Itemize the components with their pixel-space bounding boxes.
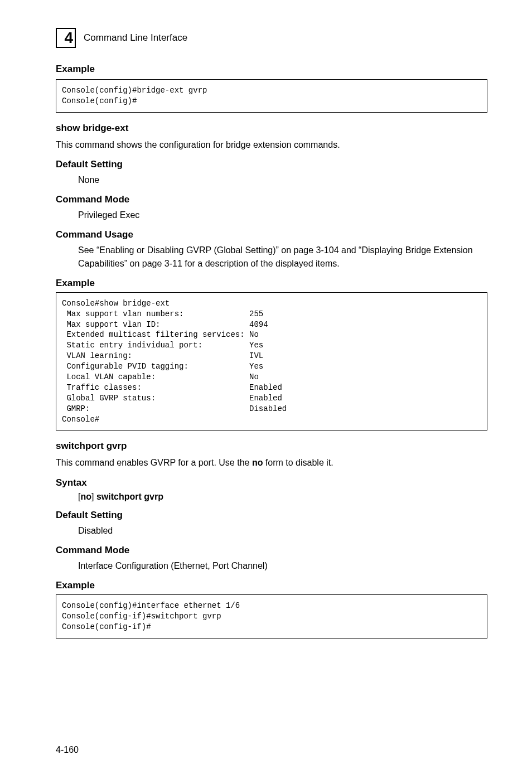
- default-setting-heading-1: Default Setting: [56, 159, 487, 170]
- example-heading-1: Example: [56, 64, 487, 75]
- syntax-line: [no] switchport gvrp: [56, 492, 487, 502]
- page: 4 Command Line Interface Example Console…: [0, 0, 532, 774]
- command-mode-value-2: Interface Configuration (Ethernet, Port …: [56, 559, 487, 572]
- example-heading-3: Example: [56, 580, 487, 591]
- command-usage-heading: Command Usage: [56, 229, 487, 240]
- switchport-gvrp-desc: This command enables GVRP for a port. Us…: [56, 456, 487, 469]
- command-mode-value-1: Privileged Exec: [56, 209, 487, 221]
- code-block-1: Console(config)#bridge-ext gvrp Console(…: [56, 79, 487, 113]
- code-block-2: Console#show bridge-ext Max support vlan…: [56, 292, 487, 431]
- chapter-icon: 4: [56, 28, 76, 48]
- command-mode-heading-2: Command Mode: [56, 545, 487, 556]
- code-block-3: Console(config)#interface ethernet 1/6 C…: [56, 594, 487, 638]
- chapter-number: 4: [64, 29, 73, 47]
- show-bridge-ext-heading: show bridge-ext: [56, 123, 487, 134]
- desc-post: form to disable it.: [263, 458, 333, 467]
- desc-bold: no: [252, 458, 263, 467]
- show-bridge-ext-desc: This command shows the configuration for…: [56, 138, 487, 151]
- command-usage-value: See “Enabling or Disabling GVRP (Global …: [56, 244, 487, 269]
- example-heading-2: Example: [56, 278, 487, 289]
- syntax-heading: Syntax: [56, 477, 487, 488]
- syntax-no: no: [80, 492, 91, 501]
- header-title: Command Line Interface: [84, 32, 187, 43]
- default-setting-value-2: Disabled: [56, 524, 487, 537]
- desc-pre: This command enables GVRP for a port. Us…: [56, 458, 252, 467]
- page-header: 4 Command Line Interface: [56, 28, 487, 48]
- switchport-gvrp-heading: switchport gvrp: [56, 441, 487, 452]
- syntax-close-bracket: ]: [91, 492, 96, 501]
- command-mode-heading-1: Command Mode: [56, 194, 487, 205]
- syntax-cmd: switchport gvrp: [96, 492, 163, 501]
- default-setting-value-1: None: [56, 173, 487, 186]
- page-number: 4-160: [56, 745, 79, 755]
- default-setting-heading-2: Default Setting: [56, 510, 487, 521]
